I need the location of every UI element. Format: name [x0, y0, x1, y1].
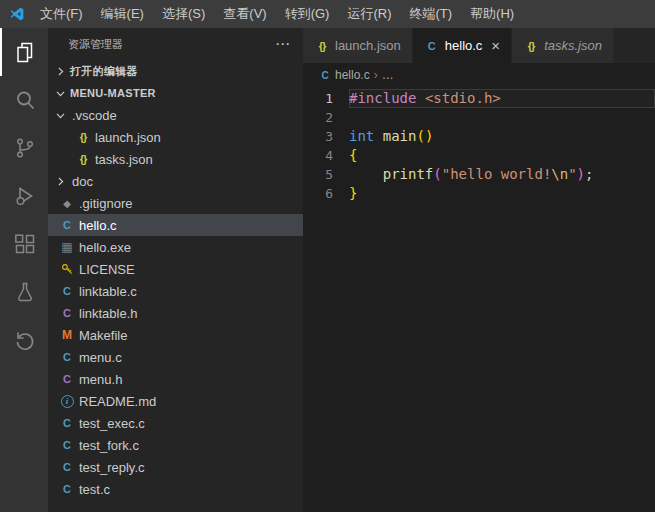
c-file-icon: C: [318, 70, 332, 81]
chevron-right-icon: [52, 63, 68, 79]
search-icon[interactable]: [0, 76, 48, 124]
file-row-linktable.h[interactable]: Clinktable.h: [48, 302, 303, 324]
line-number: 1: [303, 89, 349, 108]
history-icon[interactable]: [0, 316, 48, 364]
file-row-tasks.json[interactable]: {}tasks.json: [48, 148, 303, 170]
file-row-menu.h[interactable]: Cmenu.h: [48, 368, 303, 390]
chevron-down-icon: [52, 85, 68, 101]
file-label: menu.h: [79, 372, 122, 387]
line-number: 3: [303, 127, 349, 146]
tab-label: tasks.json: [544, 38, 602, 53]
file-row-.gitignore[interactable]: ◆.gitignore: [48, 192, 303, 214]
code-line-1[interactable]: 1#include <stdio.h>: [303, 89, 655, 108]
file-row-LICENSE[interactable]: LICENSE: [48, 258, 303, 280]
root-folder-label: MENU-MASTER: [70, 87, 156, 99]
sidebar-header: 资源管理器 ⋯: [48, 28, 303, 60]
run-debug-icon[interactable]: [0, 172, 48, 220]
line-content: {: [349, 146, 655, 165]
c-file-icon: C: [59, 483, 75, 495]
c-file-icon: C: [59, 285, 75, 297]
key-icon: [59, 262, 75, 276]
tab-hello.c[interactable]: Chello.c×: [413, 28, 512, 63]
file-row-launch.json[interactable]: {}launch.json: [48, 126, 303, 148]
c-file-icon: C: [59, 417, 75, 429]
test-beaker-icon[interactable]: [0, 268, 48, 316]
source-control-icon[interactable]: [0, 124, 48, 172]
file-label: Makefile: [79, 328, 127, 343]
breadcrumb-file[interactable]: hello.c: [335, 68, 370, 82]
file-row-Makefile[interactable]: MMakefile: [48, 324, 303, 346]
menu-view[interactable]: 查看(V): [214, 0, 275, 28]
line-content: }: [349, 184, 655, 203]
file-label: README.md: [79, 394, 156, 409]
braces-icon: {}: [314, 40, 330, 52]
activity-bar: [0, 28, 48, 512]
extensions-icon[interactable]: [0, 220, 48, 268]
open-editors-label: 打开的编辑器: [70, 64, 138, 79]
tab-bar: {}launch.jsonChello.c×{}tasks.json: [303, 28, 655, 63]
file-label: test_exec.c: [79, 416, 145, 431]
tab-label: launch.json: [335, 38, 401, 53]
code-lines: 1#include <stdio.h>23int main()4{5 print…: [303, 87, 655, 512]
tab-launch.json[interactable]: {}launch.json: [303, 28, 413, 63]
breadcrumb-more[interactable]: …: [382, 68, 394, 82]
file-row-hello.c[interactable]: Chello.c: [48, 214, 303, 236]
menu-edit[interactable]: 编辑(E): [92, 0, 153, 28]
open-editors-section[interactable]: 打开的编辑器: [48, 60, 303, 82]
menu-run[interactable]: 运行(R): [338, 0, 400, 28]
editor-area: {}launch.jsonChello.c×{}tasks.json C hel…: [303, 28, 655, 512]
file-row-README.md[interactable]: iREADME.md: [48, 390, 303, 412]
menu-terminal[interactable]: 终端(T): [400, 0, 461, 28]
menu-goto[interactable]: 转到(G): [276, 0, 339, 28]
explorer-icon[interactable]: [0, 28, 48, 76]
code-line-6[interactable]: 6}: [303, 184, 655, 203]
c-file-icon: C: [59, 461, 75, 473]
tab-tasks.json[interactable]: {}tasks.json: [512, 28, 614, 63]
file-label: linktable.h: [79, 306, 138, 321]
file-row-test_exec.c[interactable]: Ctest_exec.c: [48, 412, 303, 434]
file-list: .vscode{}launch.json{}tasks.jsondoc◆.git…: [48, 104, 303, 512]
close-icon[interactable]: ×: [491, 38, 500, 53]
gitignore-icon: ◆: [59, 198, 75, 209]
code-line-3[interactable]: 3int main(): [303, 127, 655, 146]
code-line-2[interactable]: 2: [303, 108, 655, 127]
breadcrumb-separator-icon: ›: [374, 68, 378, 82]
braces-icon: {}: [75, 153, 91, 165]
folder-row-.vscode[interactable]: .vscode: [48, 104, 303, 126]
braces-icon: {}: [523, 40, 539, 52]
c-header-icon: C: [59, 373, 75, 385]
folder-row-doc[interactable]: doc: [48, 170, 303, 192]
line-content: printf("hello world!\n");: [349, 165, 655, 184]
more-actions-icon[interactable]: ⋯: [275, 35, 291, 53]
file-label: test_reply.c: [79, 460, 145, 475]
c-file-icon: C: [59, 219, 75, 231]
c-file-icon: C: [59, 351, 75, 363]
code-line-4[interactable]: 4{: [303, 146, 655, 165]
file-label: LICENSE: [79, 262, 135, 277]
menu-help[interactable]: 帮助(H): [461, 0, 523, 28]
file-row-test_fork.c[interactable]: Ctest_fork.c: [48, 434, 303, 456]
main-area: 资源管理器 ⋯ 打开的编辑器 MENU-MASTER .vscode{}laun…: [0, 28, 655, 512]
c-header-icon: C: [59, 307, 75, 319]
file-row-test.c[interactable]: Ctest.c: [48, 478, 303, 500]
code-line-5[interactable]: 5 printf("hello world!\n");: [303, 165, 655, 184]
file-row-hello.exe[interactable]: ▦hello.exe: [48, 236, 303, 258]
title-bar: 文件(F)编辑(E)选择(S)查看(V)转到(G)运行(R)终端(T)帮助(H): [0, 0, 655, 28]
file-label: .vscode: [72, 108, 117, 123]
line-number: 2: [303, 108, 349, 127]
menu-bar: 文件(F)编辑(E)选择(S)查看(V)转到(G)运行(R)终端(T)帮助(H): [31, 0, 523, 28]
file-row-test_reply.c[interactable]: Ctest_reply.c: [48, 456, 303, 478]
file-row-linktable.c[interactable]: Clinktable.c: [48, 280, 303, 302]
file-label: doc: [72, 174, 93, 189]
file-label: test_fork.c: [79, 438, 139, 453]
info-icon: i: [59, 395, 75, 408]
line-content: [349, 108, 655, 127]
file-label: linktable.c: [79, 284, 137, 299]
menu-file[interactable]: 文件(F): [31, 0, 92, 28]
root-folder-section[interactable]: MENU-MASTER: [48, 82, 303, 104]
file-row-menu.c[interactable]: Cmenu.c: [48, 346, 303, 368]
menu-selection[interactable]: 选择(S): [153, 0, 214, 28]
file-label: launch.json: [95, 130, 161, 145]
breadcrumb[interactable]: C hello.c › …: [303, 63, 655, 87]
vscode-window: 文件(F)编辑(E)选择(S)查看(V)转到(G)运行(R)终端(T)帮助(H)…: [0, 0, 655, 512]
